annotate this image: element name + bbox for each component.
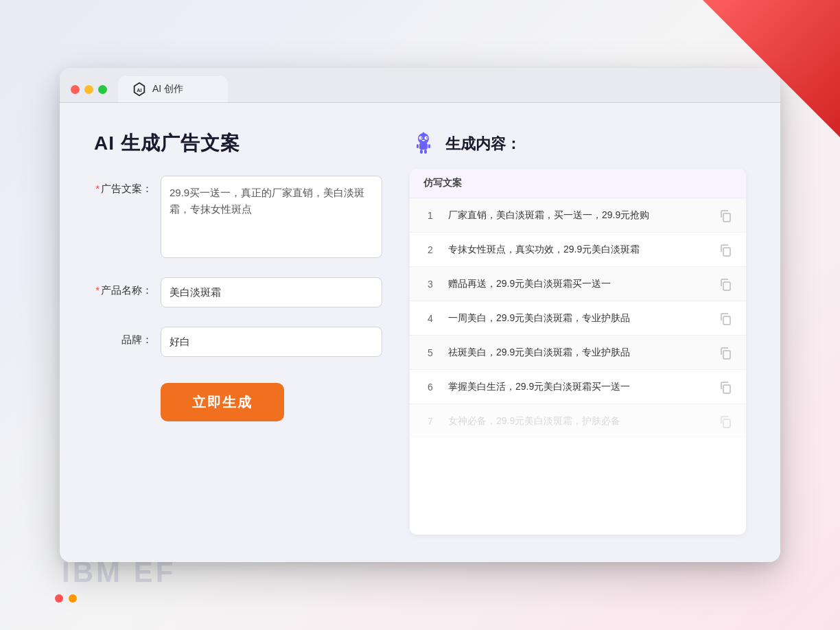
svg-rect-11 xyxy=(417,144,419,148)
left-panel: AI 生成广告文案 *广告文案： 29.9买一送一，真正的厂家直销，美白淡斑霜，… xyxy=(94,130,382,535)
row-number: 3 xyxy=(423,279,437,290)
svg-text:AI: AI xyxy=(137,87,141,93)
results-table: 仿写文案 1 厂家直销，美白淡斑霜，买一送一，29.9元抢购 2 专抹女性斑点，… xyxy=(410,169,746,535)
ai-tab-icon: AI xyxy=(132,82,147,97)
copy-icon[interactable] xyxy=(719,243,732,257)
row-text: 赠品再送，29.9元美白淡斑霜买一送一 xyxy=(448,277,708,291)
background-text-ibm: IBM EF xyxy=(62,556,176,589)
generate-button[interactable]: 立即生成 xyxy=(161,383,284,421)
browser-content: AI 生成广告文案 *广告文案： 29.9买一送一，真正的厂家直销，美白淡斑霜，… xyxy=(60,103,780,562)
svg-rect-21 xyxy=(723,419,730,428)
tab-title: AI 创作 xyxy=(152,83,183,95)
copy-icon[interactable] xyxy=(719,209,732,222)
table-row: 1 厂家直销，美白淡斑霜，买一送一，29.9元抢购 xyxy=(410,198,746,233)
svg-rect-14 xyxy=(424,150,427,154)
row-number: 6 xyxy=(423,382,437,393)
browser-tab[interactable]: AI AI 创作 xyxy=(118,76,228,102)
robot-icon xyxy=(410,130,437,158)
traffic-light-minimize[interactable] xyxy=(84,85,93,94)
table-row: 6 掌握美白生活，29.9元美白淡斑霜买一送一 xyxy=(410,370,746,404)
copy-icon[interactable] xyxy=(719,415,732,428)
dot-red xyxy=(55,594,63,603)
right-title: 生成内容： xyxy=(445,134,521,154)
row-number: 5 xyxy=(423,347,437,358)
browser-chrome: AI AI 创作 xyxy=(60,68,780,103)
table-header: 仿写文案 xyxy=(410,169,746,198)
svg-rect-13 xyxy=(420,150,423,154)
copy-icon[interactable] xyxy=(719,346,732,360)
svg-rect-15 xyxy=(723,213,730,222)
table-row: 3 赠品再送，29.9元美白淡斑霜买一送一 xyxy=(410,267,746,301)
label-product: *产品名称： xyxy=(94,277,152,297)
row-text: 一周美白，29.9元美白淡斑霜，专业护肤品 xyxy=(448,311,708,325)
svg-rect-16 xyxy=(723,248,730,256)
copy-icon[interactable] xyxy=(719,277,732,291)
svg-rect-17 xyxy=(723,282,730,290)
copy-icon[interactable] xyxy=(719,380,732,394)
label-brand: 品牌： xyxy=(94,327,152,347)
svg-rect-18 xyxy=(723,316,730,325)
svg-rect-8 xyxy=(422,140,425,141)
svg-point-10 xyxy=(423,132,425,135)
form-group-brand: 品牌： xyxy=(94,327,382,357)
traffic-light-maximize[interactable] xyxy=(98,85,107,94)
table-row: 2 专抹女性斑点，真实功效，29.9元美白淡斑霜 xyxy=(410,233,746,267)
table-row: 4 一周美白，29.9元美白淡斑霜，专业护肤品 xyxy=(410,301,746,336)
label-ad-copy: *广告文案： xyxy=(94,176,152,196)
required-star-2: * xyxy=(95,284,100,296)
dot-orange xyxy=(69,594,77,603)
row-number: 7 xyxy=(423,416,437,427)
right-header: 生成内容： xyxy=(410,130,746,158)
row-number: 2 xyxy=(423,244,437,255)
svg-rect-12 xyxy=(428,144,430,148)
right-panel: 生成内容： 仿写文案 1 厂家直销，美白淡斑霜，买一送一，29.9元抢购 2 专… xyxy=(410,130,746,535)
svg-rect-20 xyxy=(723,385,730,393)
row-text: 专抹女性斑点，真实功效，29.9元美白淡斑霜 xyxy=(448,242,708,257)
background-dots xyxy=(55,594,77,603)
svg-point-7 xyxy=(426,137,428,139)
table-row: 5 祛斑美白，29.9元美白淡斑霜，专业护肤品 xyxy=(410,336,746,370)
input-product-name[interactable] xyxy=(161,277,382,307)
svg-point-6 xyxy=(421,137,422,139)
textarea-ad-copy[interactable]: 29.9买一送一，真正的厂家直销，美白淡斑霜，专抹女性斑点 xyxy=(161,176,382,258)
traffic-lights xyxy=(71,85,107,102)
svg-rect-3 xyxy=(419,143,428,150)
form-group-ad-copy: *广告文案： 29.9买一送一，真正的厂家直销，美白淡斑霜，专抹女性斑点 xyxy=(94,176,382,258)
page-title: AI 生成广告文案 xyxy=(94,130,382,156)
row-text: 掌握美白生活，29.9元美白淡斑霜买一送一 xyxy=(448,380,708,394)
row-text: 祛斑美白，29.9元美白淡斑霜，专业护肤品 xyxy=(448,345,708,360)
required-star-1: * xyxy=(95,183,100,194)
traffic-light-close[interactable] xyxy=(71,85,80,94)
copy-icon[interactable] xyxy=(719,312,732,325)
row-text: 女神必备，29.9元美白淡斑霜，护肤必备 xyxy=(448,414,708,428)
input-brand[interactable] xyxy=(161,327,382,357)
svg-rect-19 xyxy=(723,351,730,359)
table-row: 7 女神必备，29.9元美白淡斑霜，护肤必备 xyxy=(410,404,746,438)
form-group-product: *产品名称： xyxy=(94,277,382,307)
browser-window: AI AI 创作 AI 生成广告文案 *广告文案： 29.9买一送一，真正的厂家… xyxy=(60,68,780,562)
row-number: 1 xyxy=(423,210,437,221)
row-number: 4 xyxy=(423,313,437,324)
row-text: 厂家直销，美白淡斑霜，买一送一，29.9元抢购 xyxy=(448,208,708,222)
